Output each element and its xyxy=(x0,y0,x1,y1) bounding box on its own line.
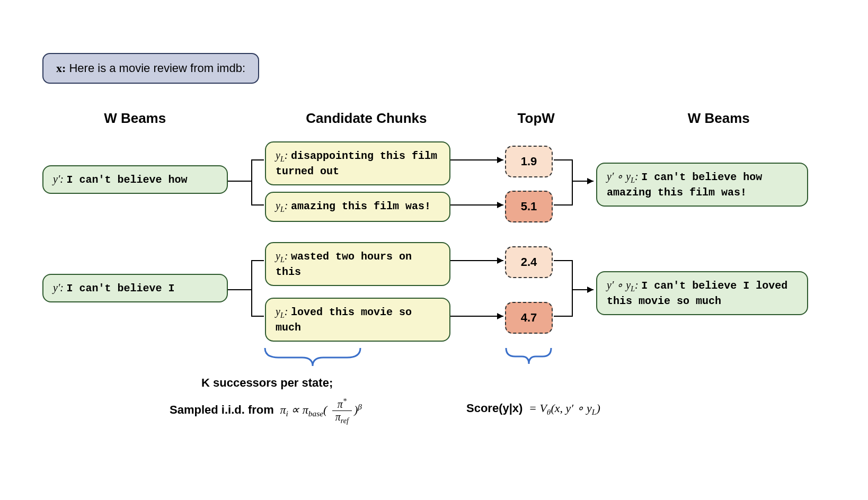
score-2: 5.1 xyxy=(505,191,553,222)
chunk-text: loved this movie so much xyxy=(276,306,412,334)
beam-prefix: y′: xyxy=(53,282,64,293)
input-beam-1: y′: I can't believe how xyxy=(42,165,228,194)
sampled-label: Sampled i.i.d. from xyxy=(170,403,274,416)
header-topw: TopW xyxy=(492,110,580,127)
score-1: 1.9 xyxy=(505,146,553,177)
score-label: Score(y|x) xyxy=(466,401,522,415)
footer-line1: K successors per state; xyxy=(201,376,333,390)
candidate-chunk-3: yL: wasted two hours on this xyxy=(265,242,450,286)
chunk-text: disappointing this film turned out xyxy=(276,150,437,177)
header-beams-left: W Beams xyxy=(42,110,227,127)
chunk-text: amazing this film was! xyxy=(291,200,431,212)
candidate-chunk-4: yL: loved this movie so much xyxy=(265,298,450,342)
beam-text: I can't believe how xyxy=(66,174,187,186)
prompt-text: Here is a movie review from imdb: xyxy=(69,61,245,75)
candidate-chunk-2: yL: amazing this film was! xyxy=(265,192,450,222)
formula-pi: πi ∝ πbase( π* πref )β xyxy=(277,403,362,416)
prompt-box: x: Here is a movie review from imdb: xyxy=(42,53,259,84)
chunk-prefix: yL: xyxy=(276,306,288,317)
output-beam-1: y′ ∘ yL: I can't believe how amazing thi… xyxy=(596,163,808,207)
column-headers: W Beams Candidate Chunks TopW W Beams xyxy=(42,110,827,127)
beam-prefix: y′: xyxy=(53,173,64,185)
beam-text: I can't believe I xyxy=(66,282,174,294)
chunk-prefix: yL: xyxy=(276,149,288,161)
chunk-text: wasted two hours on this xyxy=(276,251,412,278)
score-4: 4.7 xyxy=(505,302,553,334)
prompt-x-label: x: xyxy=(56,61,66,75)
candidate-chunk-1: yL: disappointing this film turned out xyxy=(265,141,450,185)
formula-score: = Vθ(x, y′ ∘ yL) xyxy=(526,401,600,415)
output-beam-2: y′ ∘ yL: I can't believe I loved this mo… xyxy=(596,271,808,315)
input-beam-2: y′: I can't believe I xyxy=(42,274,228,302)
beam-out-prefix: y′ ∘ yL: xyxy=(607,171,639,182)
chunk-prefix: yL: xyxy=(276,200,288,211)
chunk-prefix: yL: xyxy=(276,250,288,262)
footer-sampled: Sampled i.i.d. from πi ∝ πbase( π* πref … xyxy=(170,397,362,425)
header-candidate-chunks: Candidate Chunks xyxy=(259,110,475,127)
score-3: 2.4 xyxy=(505,246,553,278)
footer-score: Score(y|x) = Vθ(x, y′ ∘ yL) xyxy=(466,401,600,417)
header-beams-right: W Beams xyxy=(610,110,827,127)
diagram-body: y′: I can't believe how y′: I can't beli… xyxy=(42,136,827,359)
beam-out-prefix: y′ ∘ yL: xyxy=(607,279,639,291)
